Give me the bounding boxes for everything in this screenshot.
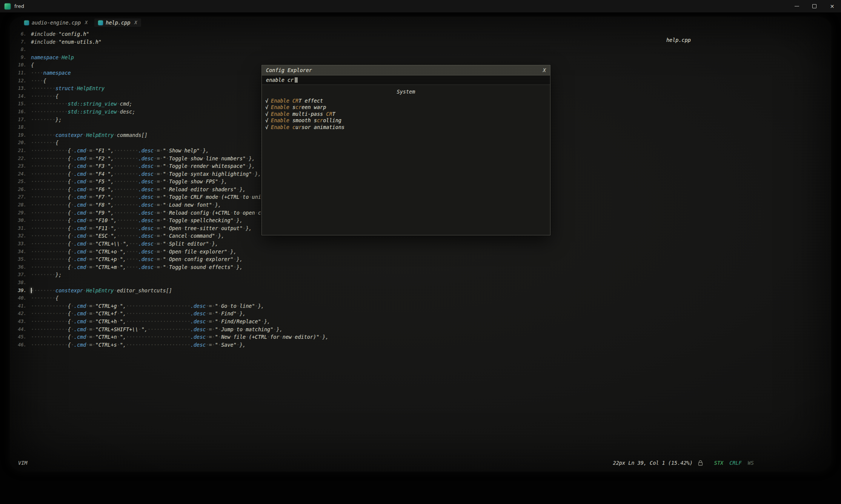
code-line[interactable]: 8. (12, 46, 831, 54)
code-text: ············{·.cmd·=·"CTRL+s·",·········… (31, 341, 246, 349)
code-text: ············{·.cmd·=·"F9·",········.desc… (31, 209, 292, 217)
line-number: 39. (12, 287, 26, 295)
line-number: 7. (12, 38, 26, 46)
code-line[interactable]: 43.············{·.cmd·=·"CTRL+h·",······… (12, 318, 831, 326)
line-number: 25. (12, 178, 26, 186)
dialog-title: Config Explorer (266, 67, 312, 73)
config-option[interactable]: √Enable screen warp (262, 104, 550, 111)
checkbox-checked-icon[interactable]: √ (265, 98, 271, 104)
code-text: ····{ (31, 77, 46, 85)
line-number: 29. (12, 209, 26, 217)
code-text: namespace·Help (31, 54, 74, 61)
line-number: 33. (12, 240, 26, 248)
minimize-button[interactable] (788, 0, 806, 13)
line-number: 42. (12, 310, 26, 318)
code-line[interactable]: 45.············{·.cmd·=·"CTRL+n·",······… (12, 333, 831, 341)
code-text: ············{·.cmd·=·"F11·",·······.desc… (31, 224, 252, 232)
line-number: 23. (12, 162, 26, 170)
code-text: ············{·.cmd·=·"F1·",········.desc… (31, 147, 209, 155)
status-flag-crlf: CRLF (729, 460, 742, 466)
line-number: 44. (12, 326, 26, 333)
config-option[interactable]: √Enable smooth scrolling (262, 117, 550, 124)
code-text: ············{·.cmd·=·"F6·",········.desc… (31, 186, 246, 194)
cpp-file-icon (24, 20, 29, 25)
code-line[interactable]: 41.············{·.cmd·=·"CTRL+g·",······… (12, 302, 831, 310)
window-controls: ✕ (788, 0, 841, 13)
code-line[interactable]: 38. (12, 279, 831, 287)
config-option[interactable]: √Enable cursor animations (262, 124, 550, 131)
code-line[interactable]: 34.············{·.cmd·=·"CTRL+o·",····.d… (12, 248, 831, 256)
code-line[interactable]: 33.············{·.cmd·=·"CTRL+\\·",···.d… (12, 240, 831, 248)
code-line[interactable]: 7.#include·"enum-utils.h" (12, 38, 831, 46)
maximize-button[interactable] (806, 0, 823, 13)
line-number: 38. (12, 279, 26, 287)
code-line[interactable]: 6.#include·"config.h" (12, 30, 831, 38)
line-number: 13. (12, 85, 26, 92)
config-search-input[interactable]: enable cr (262, 75, 550, 85)
line-number: 10. (12, 61, 26, 69)
code-line[interactable]: 40.········{ (12, 294, 831, 302)
close-button[interactable]: ✕ (823, 0, 841, 13)
code-text: ············{·.cmd·=·"CTRL+p·",····.desc… (31, 255, 243, 263)
line-number: 12. (12, 77, 26, 85)
minimize-icon (795, 6, 799, 6)
code-text: ············{·.cmd·=·"F4·",········.desc… (31, 170, 261, 178)
code-text: ············{·.cmd·=·"CTRL+m·",····.desc… (31, 263, 243, 271)
tab-label: audio-engine.cpp (32, 20, 81, 26)
line-number: 35. (12, 255, 26, 263)
code-line[interactable]: 42.············{·.cmd·=·"CTRL+f·",······… (12, 310, 831, 318)
line-number: 30. (12, 217, 26, 224)
lock-icon (698, 460, 703, 466)
tab-close-icon[interactable]: X (134, 20, 137, 25)
tab-close-icon[interactable]: X (85, 20, 88, 25)
code-text: ············std::string_view·desc; (31, 108, 135, 116)
code-text: ········constexpr·HelpEntry·commands[] (31, 131, 148, 139)
code-text: #include·"enum-utils.h" (31, 38, 101, 46)
code-line[interactable]: 36.············{·.cmd·=·"CTRL+m·",····.d… (12, 263, 831, 271)
tab-help-cpp[interactable]: help.cpp X (94, 18, 141, 27)
line-number: 41. (12, 302, 26, 310)
config-option-list: √Enable CRT effect√Enable screen warp√En… (262, 97, 550, 131)
code-line[interactable]: 37.········}; (12, 271, 831, 279)
status-bar: VIM 22px Ln 39, Col 1 (15.42%) STXCRLFWS (10, 458, 831, 468)
config-section-header: System (262, 85, 550, 97)
line-number: 17. (12, 116, 26, 124)
code-line[interactable]: 35.············{·.cmd·=·"CTRL+p·",····.d… (12, 255, 831, 263)
code-line[interactable]: 9.namespace·Help (12, 54, 831, 61)
dialog-close-icon[interactable]: X (543, 67, 546, 73)
config-option-label: Enable cursor animations (271, 124, 344, 130)
status-flag-stx: STX (714, 460, 723, 466)
code-text: ····namespace (31, 69, 71, 77)
code-text: ············{·.cmd·=·"CTRL+o·",····.desc… (31, 248, 237, 256)
code-text: ············{·.cmd·=·"CTRL+n·",·········… (31, 333, 329, 341)
line-number: 20. (12, 139, 26, 147)
config-option-label: Enable multi-pass CRT (271, 111, 335, 117)
line-number: 27. (12, 193, 26, 201)
line-number: 21. (12, 147, 26, 155)
line-number: 6. (12, 30, 26, 38)
line-number: 40. (12, 294, 26, 302)
code-line[interactable]: 46.············{·.cmd·=·"CTRL+s·",······… (12, 341, 831, 349)
code-line[interactable]: 44.············{·.cmd·=·"CTRL+SHIFT+\\·"… (12, 326, 831, 333)
line-number: 45. (12, 333, 26, 341)
checkbox-checked-icon[interactable]: √ (265, 104, 271, 110)
tab-label: help.cpp (106, 20, 130, 26)
checkbox-checked-icon[interactable]: √ (265, 111, 271, 117)
tab-audio-engine-cpp[interactable]: audio-engine.cpp X (20, 18, 91, 27)
checkbox-checked-icon[interactable]: √ (265, 117, 271, 123)
config-option-label: Enable smooth scrolling (271, 117, 341, 123)
config-option[interactable]: √Enable CRT effect (262, 97, 550, 104)
code-line[interactable]: 39.········constexpr·HelpEntry·editor_sh… (12, 287, 831, 295)
line-number: 14. (12, 92, 26, 100)
checkbox-checked-icon[interactable]: √ (265, 124, 271, 130)
dialog-titlebar: Config Explorer X (262, 65, 550, 75)
line-number: 36. (12, 263, 26, 271)
input-caret (295, 77, 298, 83)
config-option[interactable]: √Enable multi-pass CRT (262, 111, 550, 117)
line-number: 18. (12, 123, 26, 131)
code-text: ········{ (31, 92, 58, 100)
code-text: ········{ (31, 294, 58, 302)
active-filename-badge: help.cpp (666, 37, 691, 43)
code-text: ········{ (31, 139, 58, 147)
code-text: ············{·.cmd·=·"F10·",·······.desc… (31, 217, 243, 224)
